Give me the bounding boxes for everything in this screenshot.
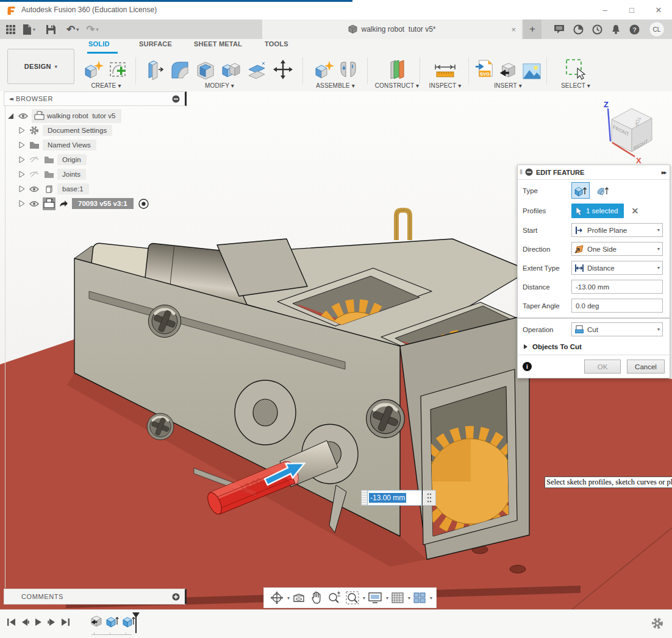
help-icon[interactable]: ? [629,24,640,35]
visibility-off-icon[interactable] [28,156,40,163]
viewports-caret[interactable]: ▾ [430,595,432,601]
timeline-go-to-end-button[interactable] [59,615,72,629]
press-pull-icon[interactable] [145,60,165,80]
group-insert-label[interactable]: INSERT ▾ [472,82,544,89]
screw[interactable] [366,400,405,438]
expand-icon[interactable] [17,200,26,207]
expand-icon[interactable] [17,141,26,149]
select-icon[interactable] [564,57,587,80]
look-at-icon[interactable] [292,592,306,604]
save-button[interactable] [46,25,55,34]
profiles-selected-chip[interactable]: 1 selected [571,204,624,218]
taper-angle-input[interactable]: 0.0 deg [571,299,663,313]
app-grid-icon[interactable] [6,25,15,34]
start-dropdown[interactable]: Profile Plane ▾ [571,223,663,237]
grid-caret[interactable]: ▾ [408,595,410,601]
extensions-icon[interactable] [573,24,584,35]
panel-edge-divider[interactable] [5,105,5,588]
visibility-off-icon[interactable] [28,171,40,178]
screw[interactable] [147,413,174,440]
timeline-settings-gear-icon[interactable] [651,617,663,629]
file-menu-button[interactable]: ▾ [23,24,35,35]
direction-dropdown[interactable]: One Side ▾ [571,242,663,256]
browser-item-label-selected[interactable]: 70093 v55 v3:1 [72,198,134,209]
timeline-go-to-start-button[interactable] [5,615,18,629]
fit-view-icon[interactable] [346,591,359,604]
idler-washer[interactable] [235,380,296,445]
dimension-input[interactable]: -13.00 mm [367,490,422,506]
orbit-caret[interactable]: ▾ [287,595,290,601]
insert-canvas-icon[interactable] [522,62,542,80]
visibility-eye-icon[interactable] [28,186,40,193]
group-construct-label[interactable]: CONSTRUCT ▾ [371,82,423,89]
expand-icon[interactable] [17,127,26,134]
dialog-header[interactable]: ‖ EDIT FEATURE ▸▸ [518,165,670,180]
timeline-playhead[interactable] [132,612,140,633]
browser-item-label[interactable]: Origin [62,156,81,163]
create-sketch-icon[interactable] [109,60,129,80]
browser-item-label[interactable]: base:1 [62,185,84,193]
group-select-label[interactable]: SELECT ▾ [550,82,601,89]
hide-all-icon[interactable] [172,95,180,103]
expand-icon[interactable] [17,185,26,193]
undo-caret[interactable]: ▾ [76,27,79,32]
dialog-minus-icon[interactable] [525,168,533,176]
dimension-grip[interactable] [361,490,367,506]
notifications-bell-icon[interactable] [611,24,621,35]
display-settings-icon[interactable] [368,592,382,604]
fit-caret[interactable]: ▾ [363,595,365,601]
maximize-button[interactable]: □ [618,1,645,19]
new-component-icon[interactable] [313,60,334,80]
browser-item-document-settings[interactable]: Document Settings [6,123,149,138]
browser-item-named-views[interactable]: Named Views [6,138,149,152]
create-solid-icon[interactable] [83,60,104,80]
orbit-icon[interactable] [270,591,284,604]
type-extrude-button[interactable] [571,182,590,199]
screw[interactable] [148,305,181,337]
timeline-step-forward-button[interactable] [45,615,59,629]
redo-button[interactable]: ↷▾ [86,23,98,36]
activate-component-radio[interactable] [138,199,149,209]
operation-dropdown[interactable]: Cut ▾ [571,322,663,336]
dialog-grip[interactable]: ‖ [520,169,523,175]
pan-icon[interactable] [310,591,323,604]
grid-display-icon[interactable] [391,592,404,604]
expand-icon[interactable] [17,156,26,163]
viewports-icon[interactable] [413,592,426,604]
move-copy-icon[interactable] [272,58,294,80]
undo-button[interactable]: ↶▾ [66,23,79,36]
timeline-play-button[interactable] [32,615,45,629]
close-button[interactable]: ✕ [645,1,672,19]
browser-item-label[interactable]: walking robot tutor v5 [47,112,116,119]
display-caret[interactable]: ▾ [386,595,388,601]
fillet-icon[interactable] [170,60,190,80]
group-inspect-label[interactable]: INSPECT ▾ [422,82,468,89]
history-clock-icon[interactable] [592,24,602,35]
browser-item-label[interactable]: Named Views [48,141,91,149]
timeline-step-back-button[interactable] [18,615,32,629]
comments-panel[interactable]: COMMENTS [4,589,187,604]
browser-item-root[interactable]: walking robot tutor v5 [6,108,149,123]
tab-sheet-metal[interactable]: SHEET METAL [194,40,242,52]
add-comment-icon[interactable] [172,593,180,601]
clear-selection-icon[interactable]: ✕ [631,206,638,216]
browser-item-70093[interactable]: 70093 v55 v3:1 [6,196,149,211]
ok-button[interactable]: OK [584,360,621,374]
minimize-button[interactable]: – [592,1,618,19]
tab-solid[interactable]: SOLID [88,40,110,52]
collapse-panel-icon[interactable]: ◂◂ [9,96,12,102]
insert-svg-icon[interactable]: SVG [474,58,493,80]
workspace-selector[interactable]: DESIGN▾ [7,49,74,84]
browser-item-label[interactable]: Joints [62,171,80,178]
tab-tools[interactable]: TOOLS [265,40,288,52]
browser-header[interactable]: ◂◂ BROWSER [4,91,187,106]
timeline-derive-feature-icon[interactable] [89,614,102,628]
combine-icon[interactable] [221,60,241,80]
zoom-icon[interactable] [327,591,341,604]
extent-type-dropdown[interactable]: Distance ▾ [571,261,663,275]
dialog-expand-icon[interactable]: ▸▸ [662,169,666,175]
job-status-icon[interactable] [554,24,565,34]
shell-icon[interactable] [195,60,216,80]
visibility-eye-icon[interactable] [28,200,40,207]
redo-caret[interactable]: ▾ [96,27,99,32]
